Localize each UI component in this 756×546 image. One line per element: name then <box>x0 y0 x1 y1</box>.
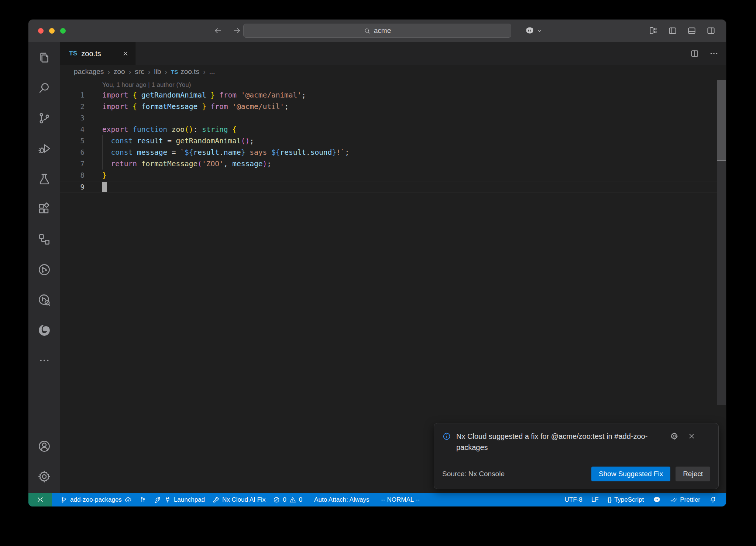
problems-item[interactable]: 0 0 <box>269 493 306 506</box>
git-branch-icon <box>60 496 68 504</box>
activity-item-nx[interactable] <box>35 260 54 279</box>
remote-indicator[interactable] <box>28 493 52 506</box>
branch-name: add-zoo-packages <box>70 496 122 504</box>
text-cursor <box>102 182 107 192</box>
split-editor-icon[interactable] <box>690 49 700 58</box>
language-mode-item[interactable]: {} TypeScript <box>604 493 648 506</box>
notifications-bell-item[interactable] <box>705 493 720 506</box>
activity-item-nx-console[interactable] <box>35 230 54 249</box>
line-number[interactable]: 8 <box>60 170 85 181</box>
close-window-button[interactable] <box>38 28 44 34</box>
maximize-window-button[interactable] <box>60 28 66 34</box>
activity-bar <box>28 42 60 493</box>
activity-item-account[interactable] <box>35 437 54 456</box>
indent-guide <box>102 135 103 170</box>
auto-attach-item[interactable]: Auto Attach: Always <box>310 493 373 506</box>
toggle-secondary-sidebar-icon[interactable] <box>706 26 716 35</box>
nx-fix-label: Nx Cloud AI Fix <box>222 496 265 504</box>
source-control-icon <box>37 111 51 125</box>
line-number[interactable]: 4 <box>60 124 85 135</box>
activity-item-testing[interactable] <box>35 169 54 188</box>
command-center-search[interactable]: acme <box>243 24 511 38</box>
vim-mode-item[interactable]: -- NORMAL -- <box>377 493 423 506</box>
breadcrumb-item-zoo-ts[interactable]: TSzoo.ts <box>171 68 199 76</box>
activity-item-source-control[interactable] <box>35 109 54 128</box>
vim-mode-label: -- NORMAL -- <box>381 496 419 504</box>
tab-zoo-ts[interactable]: TS zoo.ts <box>60 42 135 65</box>
toggle-primary-sidebar-icon[interactable] <box>668 26 677 35</box>
formatter-item[interactable]: Prettier <box>666 493 704 506</box>
activity-item-search[interactable] <box>35 78 54 98</box>
notification-close-icon[interactable] <box>687 432 696 440</box>
minimize-window-button[interactable] <box>49 28 55 34</box>
extensions-icon <box>37 202 51 216</box>
forward-icon[interactable] <box>232 26 242 35</box>
breadcrumb-item-zoo[interactable]: zoo <box>114 68 125 76</box>
line-number[interactable]: 3 <box>60 112 85 124</box>
more-actions-icon[interactable] <box>709 49 719 58</box>
code-line[interactable]: 8} <box>60 170 726 181</box>
git-branch-item[interactable]: add-zoo-packages <box>56 493 135 506</box>
customize-layout-icon[interactable] <box>649 26 658 35</box>
scrollbar-thumb[interactable] <box>717 80 726 161</box>
show-suggested-fix-button[interactable]: Show Suggested Fix <box>591 467 670 481</box>
code-line-content <box>85 181 107 192</box>
eol-item[interactable]: LF <box>588 493 602 506</box>
breadcrumb-separator: › <box>107 68 110 76</box>
launchpad-label: Launchpad <box>174 496 205 504</box>
activity-item-more[interactable] <box>35 351 54 370</box>
source-control-graph-item[interactable] <box>135 493 150 506</box>
nx-cloud-ai-fix-item[interactable]: Nx Cloud AI Fix <box>209 493 269 506</box>
code-line[interactable]: 4export function zoo(): string { <box>60 124 726 135</box>
copilot-icon <box>653 495 661 504</box>
line-number[interactable]: 2 <box>60 101 85 112</box>
encoding-item[interactable]: UTF-8 <box>561 493 586 506</box>
breadcrumb-item--[interactable]: ... <box>209 68 215 76</box>
activity-item-edge-browser[interactable] <box>35 321 54 340</box>
line-number[interactable]: 1 <box>60 89 85 101</box>
activity-item-extensions[interactable] <box>35 199 54 219</box>
copilot-status-item[interactable] <box>649 493 665 506</box>
copilot-menu[interactable] <box>525 20 543 42</box>
reject-button[interactable]: Reject <box>676 467 710 481</box>
breadcrumb-item-lib[interactable]: lib <box>154 68 161 76</box>
breadcrumb-separator: › <box>148 68 151 76</box>
code-line[interactable]: 3 <box>60 112 726 124</box>
tab-label: zoo.ts <box>81 50 118 58</box>
more-icon <box>38 355 50 366</box>
breadcrumb-item-src[interactable]: src <box>135 68 144 76</box>
testing-icon <box>37 172 51 186</box>
activity-item-explorer[interactable] <box>35 48 54 67</box>
code-line[interactable]: 7 return formatMessage('ZOO', message); <box>60 158 726 170</box>
chevron-down-icon <box>536 28 543 34</box>
code-line[interactable]: 9 <box>60 181 726 192</box>
notification-settings-icon[interactable] <box>670 432 678 440</box>
scrollbar-marker <box>717 160 726 161</box>
toggle-panel-icon[interactable] <box>687 26 697 35</box>
search-icon <box>364 27 371 34</box>
line-number[interactable]: 6 <box>60 147 85 158</box>
line-number[interactable]: 5 <box>60 135 85 147</box>
activity-item-settings[interactable] <box>35 467 54 486</box>
launchpad-item[interactable]: Launchpad <box>150 493 209 506</box>
breadcrumb-item-packages[interactable]: packages <box>74 68 104 76</box>
git-blame-annotation: You, 1 hour ago | 1 author (You) <box>60 81 726 89</box>
line-number[interactable]: 7 <box>60 158 85 170</box>
activity-item-nx-cloud[interactable] <box>35 290 54 310</box>
errors-icon <box>273 496 280 504</box>
code-line-content: const result = getRandomAnimal(); <box>85 135 254 147</box>
code-line[interactable]: 2import { formatMessage } from '@acme/ut… <box>60 101 726 112</box>
nx-console-icon <box>37 232 51 246</box>
encoding-label: UTF-8 <box>565 496 583 504</box>
code-line-content: import { formatMessage } from '@acme/uti… <box>85 101 289 112</box>
edge-browser-icon <box>37 323 51 337</box>
code-line[interactable]: 1import { getRandomAnimal } from '@acme/… <box>60 89 726 101</box>
line-number[interactable]: 9 <box>60 181 85 192</box>
close-tab-icon[interactable] <box>122 50 129 57</box>
activity-item-run-and-debug[interactable] <box>35 139 54 158</box>
explorer-icon <box>37 51 51 65</box>
code-line[interactable]: 6 const message = `${result.name} says $… <box>60 147 726 158</box>
back-icon[interactable] <box>213 26 223 35</box>
notification-source: Source: Nx Console <box>442 470 591 478</box>
code-line[interactable]: 5 const result = getRandomAnimal(); <box>60 135 726 147</box>
